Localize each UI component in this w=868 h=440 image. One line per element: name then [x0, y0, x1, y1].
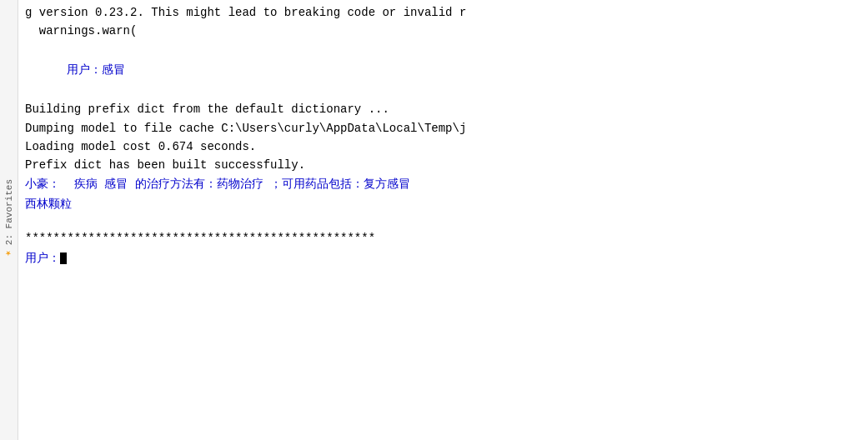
- line-2: warnings.warn(: [25, 22, 861, 40]
- line-1: g version 0.23.2. This might lead to bre…: [25, 3, 861, 22]
- content-area: g version 0.23.2. This might lead to bre…: [18, 0, 868, 440]
- line-7: Prefix dict has been built successfully.: [25, 156, 861, 174]
- sidebar-star: ★: [3, 249, 15, 261]
- user-value-1: 感冒: [102, 63, 125, 77]
- text-cursor[interactable]: [60, 252, 67, 264]
- line-4: Building prefix dict from the default di…: [25, 100, 861, 118]
- line-6: Loading model cost 0.674 seconds.: [25, 138, 861, 156]
- sidebar: ★ 2: Favorites: [0, 0, 18, 440]
- main-container: ★ 2: Favorites g version 0.23.2. This mi…: [0, 0, 868, 440]
- sidebar-text: 2: Favorites: [4, 179, 14, 245]
- last-user-line: 用户：: [25, 249, 861, 268]
- user-label-1: 用户：: [67, 63, 102, 77]
- line-5: Dumping model to file cache C:\Users\cur…: [25, 119, 861, 138]
- separator-line: ****************************************…: [25, 229, 861, 249]
- user-label-last: 用户：: [25, 249, 60, 268]
- line-bot-response-2: 西林颗粒: [25, 195, 861, 215]
- line-user-input: 用户：感冒: [25, 41, 861, 100]
- line-bot-response-1: 小豪： 疾病 感冒 的治疗方法有：药物治疗 ；可用药品包括：复方感冒: [25, 175, 861, 195]
- sidebar-label: ★ 2: Favorites: [3, 179, 15, 260]
